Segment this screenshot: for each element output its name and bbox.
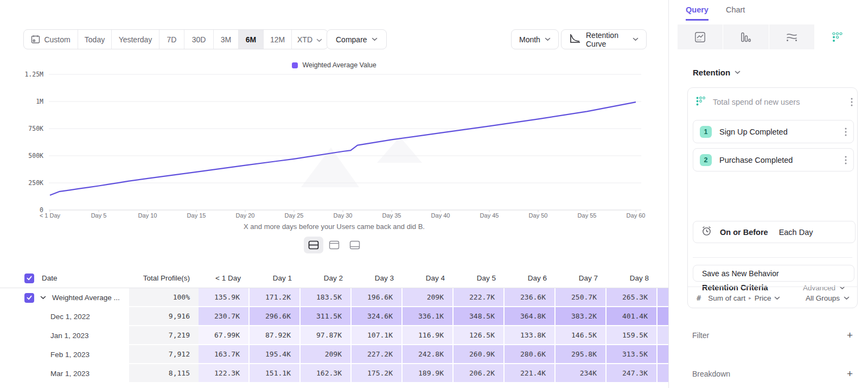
row-checkbox[interactable] bbox=[24, 293, 34, 303]
retention-value-cell[interactable]: 162.3K bbox=[301, 364, 352, 383]
retention-value-cell[interactable]: 146.5K bbox=[556, 326, 607, 345]
retention-value-cell[interactable]: 364.8K bbox=[505, 307, 556, 326]
timing-unit-label: Each Day bbox=[779, 228, 813, 237]
row-label-cell: Mar 1, 2023 bbox=[0, 364, 129, 383]
view-tab-retention[interactable] bbox=[815, 24, 860, 49]
retention-value-cell[interactable]: 247.3K bbox=[607, 364, 658, 383]
retention-value-cell[interactable]: 295.8K bbox=[556, 345, 607, 364]
column-header-day-8[interactable]: Day 8 bbox=[607, 269, 658, 288]
x-axis-tick: Day 30 bbox=[334, 212, 353, 219]
column-header-day-5[interactable]: Day 5 bbox=[454, 269, 505, 288]
column-header-day-4[interactable]: Day 4 bbox=[403, 269, 454, 288]
row-checkbox[interactable] bbox=[24, 273, 34, 283]
retention-value-cell[interactable]: 227.2K bbox=[352, 345, 403, 364]
view-tab-flows[interactable] bbox=[769, 24, 815, 49]
behavior-card: Total spend of new users 1 Sign Up Compl… bbox=[687, 87, 858, 308]
expand-row-chevron-icon[interactable] bbox=[40, 296, 46, 300]
retention-value-cell[interactable]: 122.3K bbox=[199, 364, 250, 383]
retention-value-cell[interactable]: 222.7K bbox=[454, 288, 505, 307]
view-tab-insights[interactable] bbox=[678, 24, 723, 49]
retention-value-cell[interactable]: 348.5K bbox=[454, 307, 505, 326]
retention-value-cell[interactable]: 107.1K bbox=[352, 326, 403, 345]
measure-property-dropdown[interactable]: Sum of cart ▸ Price bbox=[708, 294, 780, 302]
add-breakdown-button[interactable]: + bbox=[847, 368, 853, 379]
retention-value-cell[interactable]: 280.6K bbox=[505, 345, 556, 364]
retention-value-cell[interactable]: 135.9K bbox=[199, 288, 250, 307]
column-header-day-3[interactable]: Day 3 bbox=[352, 269, 403, 288]
retention-value-cell[interactable]: 311.5K bbox=[301, 307, 352, 326]
retention-value-cell[interactable]: 196.6K bbox=[352, 288, 403, 307]
retention-value-cell[interactable]: 260.9K bbox=[454, 345, 505, 364]
filter-label: Filter bbox=[692, 331, 709, 340]
column-header-day-1[interactable]: Day 1 bbox=[250, 269, 301, 288]
column-header-label: Day 6 bbox=[528, 274, 547, 282]
kebab-menu-icon[interactable] bbox=[845, 156, 847, 164]
tab-chart[interactable]: Chart bbox=[726, 5, 745, 21]
retention-value-cell[interactable]: 209K bbox=[301, 345, 352, 364]
column-header-label: Date bbox=[42, 274, 58, 282]
retention-value-cell[interactable]: 171.2K bbox=[250, 288, 301, 307]
kebab-menu-icon[interactable] bbox=[851, 98, 853, 106]
retention-value-cell[interactable]: 383.2K bbox=[556, 307, 607, 326]
layout-toggle-top-pane[interactable] bbox=[324, 237, 344, 253]
layout-toggle-group bbox=[0, 237, 668, 253]
tab-query[interactable]: Query bbox=[686, 5, 709, 21]
retention-value-cell[interactable]: 242.8K bbox=[403, 345, 454, 364]
retention-value-cell[interactable]: 221.4K bbox=[505, 364, 556, 383]
chevron-down-icon bbox=[735, 71, 741, 74]
behavior-step-2[interactable]: 2 Purchase Completed bbox=[693, 148, 854, 171]
layout-toggle-split-view[interactable] bbox=[304, 237, 323, 253]
save-as-new-behavior-button[interactable]: Save as New Behavior bbox=[693, 265, 854, 282]
timing-selector[interactable]: On or Before Each Day bbox=[693, 221, 856, 243]
retention-section-header[interactable]: Retention bbox=[693, 68, 741, 77]
retention-value-cell[interactable]: 236.6K bbox=[505, 288, 556, 307]
retention-grid-icon bbox=[695, 96, 706, 109]
retention-value-cell[interactable]: 151.1K bbox=[250, 364, 301, 383]
column-header-label: Day 4 bbox=[426, 274, 445, 282]
retention-value-cell[interactable]: 97.87K bbox=[301, 326, 352, 345]
retention-value-cell[interactable]: 313.5K bbox=[607, 345, 658, 364]
clipped-value-cell bbox=[658, 326, 668, 345]
groups-dropdown[interactable]: All Groups bbox=[806, 294, 850, 302]
column-header-day-6[interactable]: Day 6 bbox=[505, 269, 556, 288]
retention-value-cell[interactable]: 296.6K bbox=[250, 307, 301, 326]
retention-value-cell[interactable]: 401.4K bbox=[607, 307, 658, 326]
add-filter-button[interactable]: + bbox=[847, 330, 853, 340]
view-tab-funnels[interactable] bbox=[723, 24, 769, 49]
retention-value-cell[interactable]: 206.2K bbox=[454, 364, 505, 383]
column-header-day-2[interactable]: Day 2 bbox=[301, 269, 352, 288]
breakdown-section: Breakdown + bbox=[692, 368, 853, 379]
retention-value-cell[interactable]: 234K bbox=[556, 364, 607, 383]
kebab-menu-icon[interactable] bbox=[845, 128, 847, 136]
table-header-row: DateTotal Profile(s)< 1 DayDay 1Day 2Day… bbox=[0, 269, 668, 288]
retention-value-cell[interactable]: 336.1K bbox=[403, 307, 454, 326]
column-header--1-day[interactable]: < 1 Day bbox=[199, 269, 250, 288]
column-header-day-7[interactable]: Day 7 bbox=[556, 269, 607, 288]
retention-value-cell[interactable]: 265.3K bbox=[607, 288, 658, 307]
column-header-date[interactable]: Date bbox=[0, 269, 129, 288]
y-axis-tick: 1.25M bbox=[5, 71, 43, 78]
retention-value-cell[interactable]: 189.9K bbox=[403, 364, 454, 383]
layout-toggle-bottom-pane[interactable] bbox=[345, 237, 365, 253]
retention-value-cell[interactable]: 250.7K bbox=[556, 288, 607, 307]
retention-value-cell[interactable]: 67.99K bbox=[199, 326, 250, 345]
retention-value-cell[interactable]: 183.5K bbox=[301, 288, 352, 307]
retention-value-cell[interactable]: 230.7K bbox=[199, 307, 250, 326]
retention-value-cell[interactable]: 324.6K bbox=[352, 307, 403, 326]
retention-value-cell[interactable]: 163.7K bbox=[199, 345, 250, 364]
retention-value-cell[interactable]: 116.9K bbox=[403, 326, 454, 345]
retention-value-cell[interactable]: 133.8K bbox=[505, 326, 556, 345]
retention-value-cell[interactable]: 126.5K bbox=[454, 326, 505, 345]
retention-value-cell[interactable]: 209K bbox=[403, 288, 454, 307]
column-header-total-profile-s-[interactable]: Total Profile(s) bbox=[129, 269, 199, 288]
retention-value-cell[interactable]: 87.92K bbox=[250, 326, 301, 345]
behavior-step-1[interactable]: 1 Sign Up Completed bbox=[693, 120, 854, 143]
report-main-area: CustomTodayYesterday7D30D3M6M12MXTD Comp… bbox=[0, 0, 668, 388]
row-label: Feb 1, 2023 bbox=[50, 351, 90, 359]
measure-sub-label: Price bbox=[755, 294, 771, 302]
retention-icon bbox=[832, 31, 843, 43]
retention-value-cell[interactable]: 195.4K bbox=[250, 345, 301, 364]
x-axis-tick: Day 40 bbox=[431, 212, 450, 219]
retention-value-cell[interactable]: 159.5K bbox=[607, 326, 658, 345]
retention-value-cell[interactable]: 175.2K bbox=[352, 364, 403, 383]
